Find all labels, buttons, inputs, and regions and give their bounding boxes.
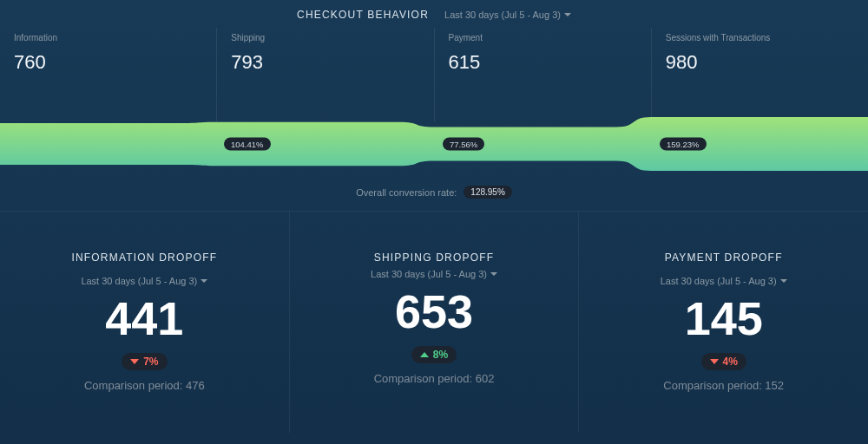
panel-title: CHECKOUT BEHAVIOR xyxy=(297,9,429,21)
dropoff-value: 145 xyxy=(596,293,851,344)
transition-badge: 104.41% xyxy=(224,138,271,151)
dropoff-value: 441 xyxy=(17,293,272,344)
overall-label: Overall conversion rate: xyxy=(356,187,457,198)
card-shipping-dropoff: SHIPPING DROPOFF Last 30 days (Jul 5 - A… xyxy=(289,212,579,433)
stage-shipping: Shipping 793 xyxy=(216,28,433,121)
comparison-text: Comparison period: 602 xyxy=(307,372,562,385)
delta-badge: 7% xyxy=(122,353,167,370)
stage-label: Shipping xyxy=(231,33,419,42)
stage-label: Sessions with Transactions xyxy=(666,33,854,42)
stage-payment: Payment 615 xyxy=(434,28,651,121)
period-label: Last 30 days (Jul 5 - Aug 3) xyxy=(444,10,561,20)
stage-value: 793 xyxy=(231,51,419,74)
triangle-up-icon xyxy=(420,352,429,357)
card-title: INFORMATION DROPOFF xyxy=(71,251,217,264)
period-selector[interactable]: Last 30 days (Jul 5 - Aug 3) xyxy=(371,269,497,279)
stage-value: 760 xyxy=(14,51,202,74)
triangle-down-icon xyxy=(710,359,719,364)
stage-value: 615 xyxy=(449,51,637,74)
chevron-down-icon xyxy=(201,279,207,283)
stage-label: Payment xyxy=(449,33,637,42)
chevron-down-icon xyxy=(780,279,787,283)
transition-badge: 159.23% xyxy=(660,138,707,151)
comparison-text: Comparison period: 476 xyxy=(17,379,272,392)
panel-header: CHECKOUT BEHAVIOR Last 30 days (Jul 5 - … xyxy=(0,9,868,28)
card-title: SHIPPING DROPOFF xyxy=(374,251,495,264)
stage-information: Information 760 xyxy=(0,28,216,121)
dropoff-value: 653 xyxy=(307,286,562,337)
checkout-behavior-panel: CHECKOUT BEHAVIOR Last 30 days (Jul 5 - … xyxy=(0,0,868,212)
card-header: INFORMATION DROPOFF Last 30 days (Jul 5 … xyxy=(17,251,272,286)
stage-row: Information 760 Shipping 793 Payment 615… xyxy=(0,28,868,121)
period-label: Last 30 days (Jul 5 - Aug 3) xyxy=(371,269,487,279)
period-label: Last 30 days (Jul 5 - Aug 3) xyxy=(661,276,777,286)
triangle-down-icon xyxy=(130,359,139,364)
card-header: PAYMENT DROPOFF Last 30 days (Jul 5 - Au… xyxy=(596,251,851,286)
overall-value-badge: 128.95% xyxy=(464,186,511,199)
comparison-text: Comparison period: 152 xyxy=(596,379,851,392)
stage-label: Information xyxy=(14,33,202,42)
card-information-dropoff: INFORMATION DROPOFF Last 30 days (Jul 5 … xyxy=(0,212,289,433)
delta-pct: 8% xyxy=(433,349,448,361)
card-header: SHIPPING DROPOFF Last 30 days (Jul 5 - A… xyxy=(307,251,562,279)
transition-badge: 77.56% xyxy=(443,138,484,151)
period-selector[interactable]: Last 30 days (Jul 5 - Aug 3) xyxy=(444,10,571,20)
period-selector[interactable]: Last 30 days (Jul 5 - Aug 3) xyxy=(661,276,787,286)
overall-row: Overall conversion rate: 128.95% xyxy=(0,175,868,211)
dropoff-row: INFORMATION DROPOFF Last 30 days (Jul 5 … xyxy=(0,212,868,433)
chevron-down-icon xyxy=(564,13,571,16)
period-label: Last 30 days (Jul 5 - Aug 3) xyxy=(81,276,197,286)
delta-pct: 7% xyxy=(143,356,158,368)
card-payment-dropoff: PAYMENT DROPOFF Last 30 days (Jul 5 - Au… xyxy=(578,212,868,433)
delta-badge: 4% xyxy=(701,353,746,370)
stage-value: 980 xyxy=(666,51,854,74)
funnel-svg xyxy=(0,113,868,175)
delta-pct: 4% xyxy=(723,356,738,368)
delta-badge: 8% xyxy=(411,346,457,363)
funnel-chart: 104.41% 77.56% 159.23% xyxy=(0,113,868,175)
stage-sessions: Sessions with Transactions 980 xyxy=(651,28,868,121)
period-selector[interactable]: Last 30 days (Jul 5 - Aug 3) xyxy=(81,276,207,286)
card-title: PAYMENT DROPOFF xyxy=(665,251,783,264)
chevron-down-icon xyxy=(490,272,497,276)
